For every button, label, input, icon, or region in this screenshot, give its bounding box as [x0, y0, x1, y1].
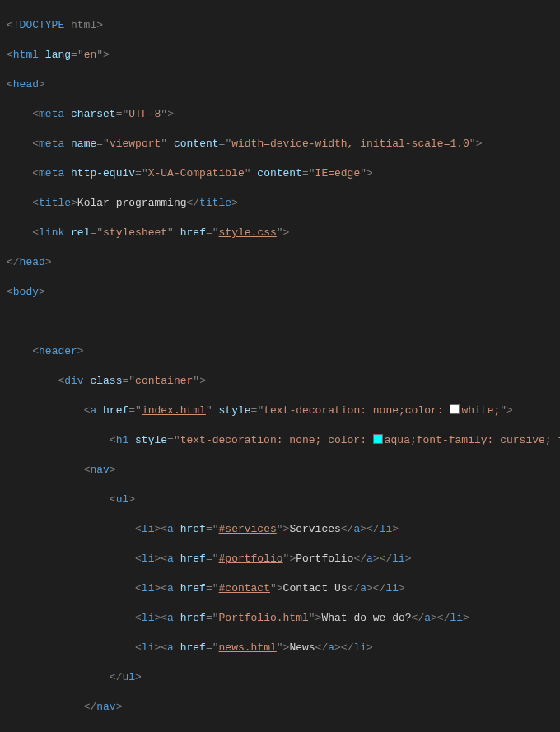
code-line: <!DOCTYPE html>	[7, 18, 560, 33]
code-line: <h1 style="text-decoration: none; color:…	[7, 433, 560, 448]
code-line: <div class="container">	[7, 374, 560, 389]
code-line: <li><a href="news.html">News</a></li>	[7, 641, 560, 655]
color-swatch-aqua	[373, 434, 383, 444]
code-line: <a href="index.html" style="text-decorat…	[7, 403, 560, 418]
code-line: </head>	[7, 255, 560, 270]
code-line: <nav>	[7, 463, 560, 478]
code-line: <meta name="viewport" content="width=dev…	[7, 137, 560, 152]
code-line: </nav>	[7, 700, 560, 715]
code-line: <link rel="stylesheet" href="style.css">	[7, 226, 560, 240]
code-line: <header>	[7, 344, 560, 359]
code-line: <li><a href="#portfolio">Portfolio</a></…	[7, 552, 560, 566]
code-line: <meta http-equiv="X-UA-Compatible" conte…	[7, 166, 560, 181]
code-line: <title>Kolar programming</title>	[7, 196, 560, 211]
code-line: <body>	[7, 285, 560, 300]
color-swatch-white	[450, 404, 460, 414]
code-line: <meta charset="UTF-8">	[7, 107, 560, 122]
code-line: <li><a href="#contact">Contact Us</a></l…	[7, 581, 560, 596]
code-line: <html lang="en">	[7, 48, 560, 63]
code-line: <li><a href="#services">Services</a></li…	[7, 522, 560, 537]
code-line: <ul>	[7, 492, 560, 507]
code-line: </ul>	[7, 670, 560, 685]
code-editor[interactable]: <!DOCTYPE html> <html lang="en"> <head> …	[0, 0, 560, 732]
code-line: <li><a href="Portfolio.html">What do we …	[7, 611, 560, 626]
code-line	[7, 315, 560, 329]
code-line: <head>	[7, 77, 560, 92]
